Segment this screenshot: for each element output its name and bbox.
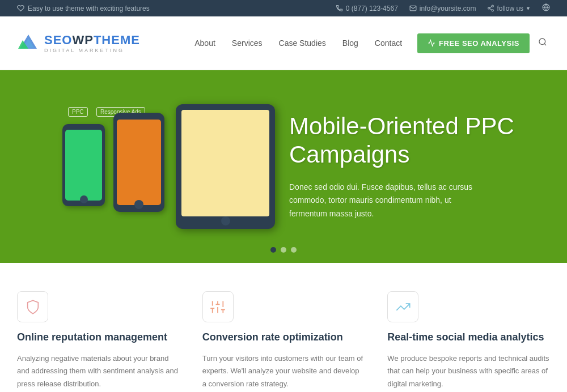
svg-point-1	[488, 7, 490, 9]
tablet	[176, 104, 275, 229]
logo[interactable]: SEOWPTHEME DIGITAL MARKETING	[17, 32, 140, 54]
svg-point-2	[492, 10, 494, 11]
feature-title-2: Conversion rate optimization	[202, 331, 365, 344]
hero-label-ppc: PPC	[68, 107, 88, 117]
trending-icon	[395, 299, 411, 315]
slider-dot-1[interactable]	[270, 247, 276, 253]
logo-icon	[17, 32, 40, 54]
svg-point-10	[539, 39, 545, 45]
nav-case-studies[interactable]: Case Studies	[272, 34, 333, 52]
shield-icon	[25, 299, 41, 315]
logo-wp: WP	[72, 33, 93, 47]
logo-text: SEOWPTHEME DIGITAL MARKETING	[44, 33, 140, 53]
nav-services[interactable]: Services	[225, 34, 269, 52]
feature-icon-shield	[17, 291, 48, 322]
logo-name: SEOWPTHEME	[44, 33, 140, 48]
devices-illustration: PPC Responsive Ads	[45, 87, 284, 246]
svg-point-0	[492, 5, 494, 7]
search-icon	[538, 37, 547, 46]
feature-conversion: Conversion rate optimization Turn your v…	[202, 291, 365, 390]
share-icon	[487, 5, 494, 12]
header: SEOWPTHEME DIGITAL MARKETING About Servi…	[0, 16, 567, 70]
feature-reputation: Online reputation management Analyzing n…	[17, 291, 180, 390]
topbar-phone[interactable]: 0 (877) 123-4567	[336, 5, 398, 12]
feature-desc-1: Analyzing negative materials about your …	[17, 352, 180, 390]
topbar-email[interactable]: info@yoursite.com	[409, 5, 476, 12]
slider-dots	[270, 247, 297, 253]
logo-seo: SEO	[44, 33, 72, 47]
slider-dot-2[interactable]	[281, 247, 286, 253]
phone-number: 0 (877) 123-4567	[346, 5, 398, 12]
main-nav: About Services Case Studies Blog Contact…	[188, 33, 550, 53]
feature-analytics: Real-time social media analytics We prod…	[387, 291, 550, 390]
feature-title-1: Online reputation management	[17, 331, 180, 344]
globe-icon	[542, 3, 550, 11]
topbar-right: 0 (877) 123-4567 info@yoursite.com follo…	[336, 3, 550, 13]
feature-icon-sliders	[202, 291, 234, 322]
sliders-icon	[210, 299, 226, 315]
feature-icon-chart	[387, 291, 418, 322]
nav-contact[interactable]: Contact	[368, 34, 409, 52]
logo-subtitle: DIGITAL MARKETING	[44, 48, 140, 53]
hero-section: PPC Responsive Ads Mobile-Oriented PPC C…	[0, 70, 567, 263]
svg-line-11	[544, 44, 546, 45]
topbar-language[interactable]	[542, 3, 550, 13]
heart-icon	[17, 5, 24, 12]
hero-right: Mobile-Oriented PPC Campaigns Donec sed …	[289, 112, 567, 221]
hero-title: Mobile-Oriented PPC Campaigns	[289, 112, 533, 169]
svg-line-4	[490, 7, 492, 8]
svg-line-3	[490, 8, 492, 10]
logo-theme: THEME	[94, 33, 140, 47]
email-icon	[409, 5, 417, 12]
follow-us[interactable]: follow us ▼	[487, 5, 531, 12]
slider-dot-3[interactable]	[291, 247, 297, 253]
phone-icon	[336, 5, 343, 12]
search-button[interactable]	[535, 35, 550, 52]
chart-icon	[428, 39, 435, 47]
nav-about[interactable]: About	[188, 34, 222, 52]
topbar-promo-text: Easy to use theme with exciting features	[28, 5, 150, 12]
features-section: Online reputation management Analyzing n…	[0, 263, 567, 392]
cta-seo-button[interactable]: FREE SEO ANALYSIS	[417, 33, 530, 53]
phone-medium	[113, 113, 164, 212]
phone-small	[62, 124, 105, 206]
hero-left: PPC Responsive Ads	[0, 87, 289, 246]
follow-us-arrow: ▼	[526, 6, 531, 11]
hero-description: Donec sed odio dui. Fusce dapibus, tellu…	[289, 181, 482, 221]
nav-blog[interactable]: Blog	[336, 34, 365, 52]
feature-title-3: Real-time social media analytics	[387, 331, 550, 344]
topbar: Easy to use theme with exciting features…	[0, 0, 567, 16]
feature-desc-3: We produce bespoke reports and technical…	[387, 352, 550, 390]
follow-us-label: follow us	[497, 5, 523, 12]
feature-desc-2: Turn your visitors into customers with o…	[202, 352, 365, 390]
email-address: info@yoursite.com	[420, 5, 476, 12]
topbar-left: Easy to use theme with exciting features	[17, 5, 150, 12]
